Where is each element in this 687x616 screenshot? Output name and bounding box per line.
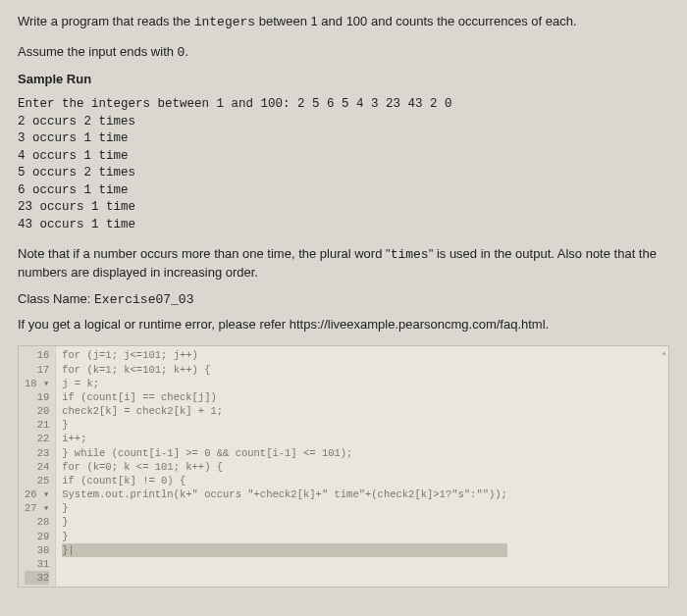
- faq-line: If you get a logical or runtime error, p…: [18, 317, 669, 332]
- q1-mono: integers: [194, 15, 255, 29]
- sample-run-block: Enter the integers between 1 and 100: 2 …: [18, 96, 669, 233]
- class-name-line: Class Name: Exercise07_03: [18, 291, 669, 307]
- question-line-1: Write a program that reads the integers …: [18, 12, 669, 32]
- sample-line: 3 occurs 1 time: [18, 130, 669, 148]
- note-mono: times: [391, 247, 429, 262]
- sample-line: 43 occurs 1 time: [18, 217, 669, 234]
- line-number-gutter: 16 17 18 ▾19 20 21 22 23 24 25 26 ▾27 ▾2…: [19, 346, 56, 587]
- class-label: Class Name:: [18, 291, 94, 306]
- sample-line: Enter the integers between 1 and 100: 2 …: [18, 96, 669, 114]
- code-editor[interactable]: 16 17 18 ▾19 20 21 22 23 24 25 26 ▾27 ▾2…: [18, 345, 669, 588]
- sample-line: 23 occurs 1 time: [18, 199, 669, 217]
- sample-line: 5 occurs 2 times: [18, 165, 669, 182]
- q2-post: .: [185, 44, 188, 59]
- class-name-value: Exercise07_03: [94, 292, 193, 307]
- q2-pre: Assume the input ends with: [18, 44, 178, 59]
- sample-run-heading: Sample Run: [18, 72, 669, 86]
- question-line-2: Assume the input ends with 0.: [18, 42, 669, 63]
- q1-pre: Write a program that reads the: [18, 14, 194, 28]
- code-content[interactable]: for (j=1; j<=101; j++)for (k=1; k<=101; …: [56, 346, 513, 587]
- note-paragraph: Note that if a number occurs more than o…: [18, 245, 669, 282]
- sample-line: 2 occurs 2 times: [18, 114, 669, 131]
- q1-post: between 1 and 100 and counts the occurre…: [255, 14, 576, 28]
- note-pre: Note that if a number occurs more than o…: [18, 246, 391, 261]
- sample-line: 6 occurs 1 time: [18, 182, 669, 200]
- sample-line: 4 occurs 1 time: [18, 148, 669, 166]
- scroll-up-icon[interactable]: ▴: [661, 348, 666, 357]
